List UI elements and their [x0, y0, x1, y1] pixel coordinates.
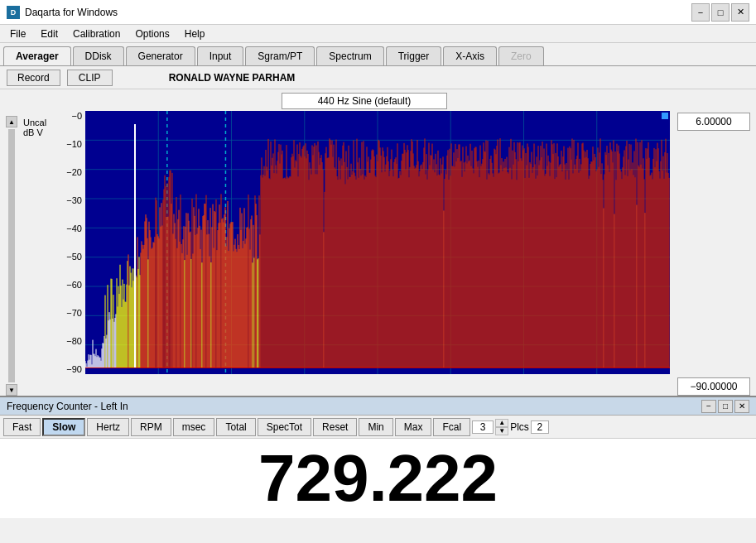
tab-ddisk[interactable]: DDisk [73, 46, 124, 65]
y-axis-uncal: Uncal [22, 116, 59, 127]
close-button[interactable]: ✕ [731, 3, 749, 22]
fc-minimize-button[interactable]: − [701, 400, 716, 413]
freq-display: 729.222 [0, 439, 756, 518]
menu-edit[interactable]: Edit [34, 26, 65, 41]
chart-area-wrapper: −0 −10 −20 −30 −40 −50 −60 −70 −80 −90 [59, 111, 670, 396]
y-axis-container: Uncal dB V [22, 116, 59, 396]
chart-title: 440 Hz Sine (default) [282, 93, 447, 109]
right-panel: 6.00000 −90.00000 [670, 93, 753, 396]
max-button[interactable]: Max [395, 418, 432, 436]
fast-button[interactable]: Fast [3, 418, 41, 436]
tab-x-axis[interactable]: X-Axis [443, 46, 497, 65]
y-tick-10: −10 [59, 139, 82, 149]
freq-counter-title: Frequency Counter - Left In [7, 401, 128, 412]
title-left: D Daqarta for Windows [7, 6, 118, 19]
right-value-input[interactable] [531, 420, 549, 434]
tab-averager[interactable]: Averager [3, 46, 71, 65]
reset-button[interactable]: Reset [313, 418, 357, 436]
tab-spectrum[interactable]: Spectrum [316, 46, 383, 65]
tab-generator[interactable]: Generator [126, 46, 195, 65]
y-tick-20: −20 [59, 167, 82, 177]
tab-bar: Averager DDisk Generator Input Sgram/PT … [0, 43, 756, 66]
fcal-button[interactable]: Fcal [433, 418, 470, 436]
freq-value: 729.222 [258, 440, 498, 517]
user-label: RONALD WAYNE PARHAM [169, 72, 296, 84]
fc-close-button[interactable]: ✕ [734, 400, 749, 413]
spectot-button[interactable]: SpecTot [258, 418, 311, 436]
fc-maximize-button[interactable]: □ [718, 400, 733, 413]
hertz-button[interactable]: Hertz [87, 418, 129, 436]
menu-calibration[interactable]: Calibration [66, 26, 127, 41]
clip-button[interactable]: CLIP [67, 70, 113, 86]
scroll-up-button[interactable]: ▲ [6, 116, 17, 127]
total-button[interactable]: Total [216, 418, 255, 436]
spectrum-chart[interactable] [85, 111, 670, 374]
min-button[interactable]: Min [359, 418, 392, 436]
spinner-up-button[interactable]: ▲ [495, 419, 508, 427]
tab-input[interactable]: Input [197, 46, 244, 65]
menu-help[interactable]: Help [178, 26, 212, 41]
corner-marker [662, 113, 668, 119]
y-axis-unit: dB V [22, 127, 59, 137]
y-tick-90: −90 [59, 364, 82, 374]
app-icon: D [7, 6, 20, 19]
record-button[interactable]: Record [7, 70, 60, 86]
menu-bar: File Edit Calibration Options Help [0, 25, 756, 43]
msec-button[interactable]: msec [173, 418, 215, 436]
tab-zero: Zero [498, 46, 544, 65]
y-tick-30: −30 [59, 195, 82, 205]
plcs-label: Plcs [510, 421, 529, 433]
spinner-down-button[interactable]: ▼ [495, 427, 508, 435]
tab-sgram-pt[interactable]: Sgram/PT [245, 46, 315, 65]
y-tick-0: −0 [59, 111, 82, 121]
main-area: ▲ ▼ Uncal dB V 440 Hz Sine (default) −0 … [0, 89, 756, 396]
y-axis-ticks: −0 −10 −20 −30 −40 −50 −60 −70 −80 −90 [59, 111, 85, 374]
scroll-track [8, 129, 15, 382]
freq-counter-section: Frequency Counter - Left In − □ ✕ Fast S… [0, 396, 756, 521]
maximize-button[interactable]: □ [711, 3, 730, 22]
chart-title-bar: 440 Hz Sine (default) [59, 93, 670, 109]
minimize-button[interactable]: − [691, 3, 710, 22]
top-value-box[interactable]: 6.00000 [677, 113, 750, 131]
y-tick-80: −80 [59, 336, 82, 346]
scroll-down-button[interactable]: ▼ [6, 384, 17, 396]
window-controls: − □ ✕ [691, 3, 749, 22]
menu-options[interactable]: Options [128, 26, 176, 41]
rpm-button[interactable]: RPM [131, 418, 171, 436]
y-tick-40: −40 [59, 223, 82, 233]
freq-counter-controls: − □ ✕ [701, 400, 749, 413]
chart-wrapper: 440 Hz Sine (default) −0 −10 −20 −30 −40… [59, 93, 670, 396]
y-tick-70: −70 [59, 308, 82, 318]
title-bar: D Daqarta for Windows − □ ✕ [0, 0, 756, 25]
freq-counter-titlebar: Frequency Counter - Left In − □ ✕ [0, 397, 756, 416]
slow-button[interactable]: Slow [42, 418, 85, 436]
y-tick-50: −50 [59, 252, 82, 262]
y-tick-60: −60 [59, 280, 82, 290]
spinner-input[interactable] [472, 420, 494, 434]
bottom-value-box[interactable]: −90.00000 [677, 377, 750, 396]
freq-counter-toolbar: Fast Slow Hertz RPM msec Total SpecTot R… [0, 416, 756, 439]
chart-canvas-container [85, 111, 670, 374]
window-title: Daqarta for Windows [25, 7, 118, 18]
toolbar-row: Record CLIP RONALD WAYNE PARHAM [0, 66, 756, 89]
tab-trigger[interactable]: Trigger [386, 46, 442, 65]
menu-file[interactable]: File [3, 26, 32, 41]
